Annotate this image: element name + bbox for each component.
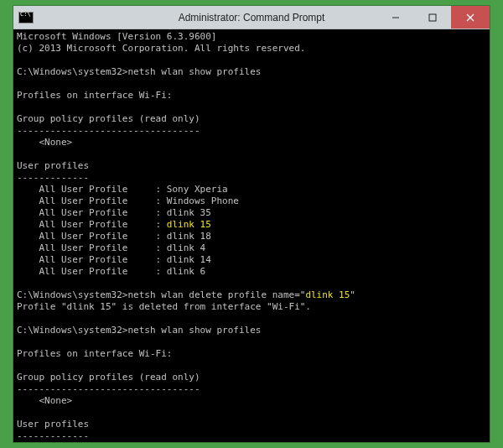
section-header: Group policy profiles (read only) [17,372,200,383]
profile-entry: All User Profile : dlink 6 [17,266,205,277]
console-line: Group policy profiles (read only) [17,113,486,125]
svg-rect-1 [429,14,436,21]
console-line [17,278,486,289]
profile-label: All User Profile : [17,219,167,230]
console-line [17,360,486,372]
console-line: User profiles [17,419,486,430]
divider: ------------- [17,430,89,441]
console-line: (c) 2013 Microsoft Corporation. All righ… [17,43,486,55]
minimize-button[interactable] [377,6,414,29]
command: netsh wlan show profiles [127,66,261,77]
console-line: All User Profile : dlink 14 [17,254,486,266]
prompt: C:\Windows\system32> [17,66,127,77]
maximize-button[interactable] [414,6,451,29]
profile-entry: All User Profile : Sony Xperia [17,184,228,195]
console-line [17,407,486,419]
profile-entry: All User Profile : Windows Phone [17,195,239,206]
console-line: C:\Windows\system32>netsh wlan show prof… [17,66,486,78]
console-line [17,78,486,90]
profile-name: dlink 15 [167,219,211,230]
copyright-line: (c) 2013 Microsoft Corporation. All righ… [17,43,305,54]
cmd-icon[interactable] [18,12,34,23]
console-line: --------------------------------- [17,383,486,395]
divider: --------------------------------- [17,125,200,136]
console-line: --------------------------------- [17,125,486,137]
command: netsh wlan delete profile name=" [127,289,305,300]
section-header: Profiles on interface Wi-Fi: [17,90,172,101]
console-line: All User Profile : dlink 6 [17,266,486,278]
command-prompt-window: Administrator: Command Prompt Microsoft … [13,5,490,443]
section-header: User profiles [17,160,89,171]
profile-entry: All User Profile : dlink 14 [17,254,211,265]
console-line: All User Profile : dlink 35 [17,207,486,219]
version-line: Microsoft Windows [Version 6.3.9600] [17,31,216,42]
console-line: Profile "dlink 15" is deleted from inter… [17,301,486,313]
titlebar[interactable]: Administrator: Command Prompt [13,6,490,29]
console-line: All User Profile : dlink 15 [17,219,486,231]
command-arg: dlink 15 [305,289,350,300]
prompt: C:\Windows\system32> [17,325,127,336]
console-line: Profiles on interface Wi-Fi: [17,348,486,360]
section-header: Profiles on interface Wi-Fi: [17,348,172,359]
console-line: All User Profile : Windows Phone [17,195,486,207]
console-line [17,336,486,348]
maximize-icon [428,13,437,22]
none-entry: <None> [17,395,72,406]
console-line: All User Profile : dlink 4 [17,242,486,254]
console-line [17,55,486,66]
command: netsh wlan show profiles [127,325,261,336]
console-line: All User Profile : Sony Xperia [17,184,486,195]
console-area[interactable]: Microsoft Windows [Version 6.3.9600](c) … [13,29,490,442]
console-line: All User Profile : dlink 18 [17,231,486,242]
console-line: ------------- [17,172,486,184]
console-line: <None> [17,137,486,148]
window-buttons [377,6,490,29]
section-header: User profiles [17,419,89,430]
divider: ------------- [17,172,89,183]
section-header: Group policy profiles (read only) [17,113,200,124]
close-button[interactable] [451,6,490,29]
console-line: Profiles on interface Wi-Fi: [17,90,486,102]
console-line: User profiles [17,160,486,172]
console-line: <None> [17,395,486,407]
console-line: Group policy profiles (read only) [17,372,486,383]
console-line: ------------- [17,430,486,442]
console-line: C:\Windows\system32>netsh wlan show prof… [17,325,486,336]
command: " [350,289,355,300]
console-line [17,102,486,113]
close-icon [466,13,474,22]
profile-entry: All User Profile : dlink 35 [17,207,211,218]
console-line [17,313,486,325]
profile-entry: All User Profile : dlink 18 [17,231,211,242]
divider: --------------------------------- [17,383,200,394]
console-line: Microsoft Windows [Version 6.3.9600] [17,31,486,43]
minimize-icon [392,13,400,22]
console-line [17,148,486,160]
profile-entry: All User Profile : dlink 4 [17,242,205,253]
console-line: C:\Windows\system32>netsh wlan delete pr… [17,289,486,301]
none-entry: <None> [17,137,72,148]
prompt: C:\Windows\system32> [17,289,127,300]
result-message: Profile "dlink 15" is deleted from inter… [17,301,311,312]
